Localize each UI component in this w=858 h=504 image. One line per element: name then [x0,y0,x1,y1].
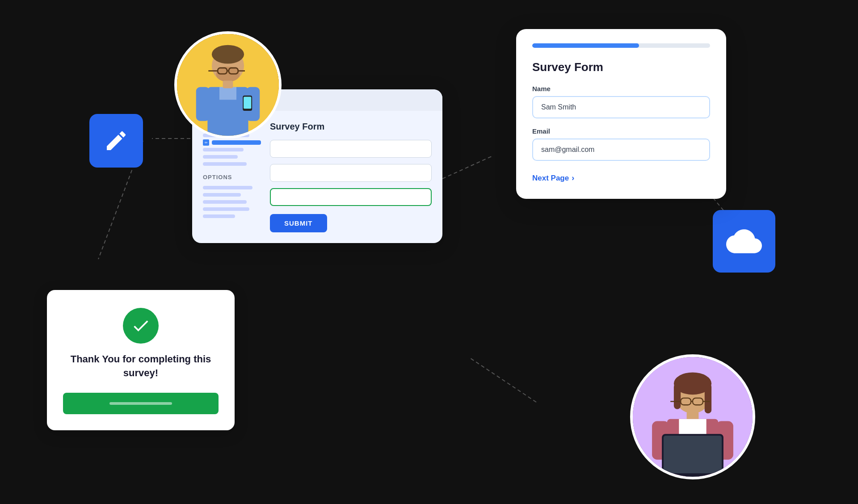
survey-card-front: Survey Form Name Email Next Page › [516,29,726,199]
options-sidebar-lines [203,186,261,218]
options-line-4 [203,207,249,211]
sidebar-line-4 [203,155,238,159]
next-page-link[interactable]: Next Page › [532,173,710,183]
cloud-icon-box [713,210,775,273]
options-line-2 [203,193,241,197]
options-sidebar-label: OPTIONS [203,174,261,181]
scene: Thank You for completing this survey! FO… [0,0,858,504]
form-field-1[interactable] [270,140,432,158]
progress-bar-fill [532,43,639,48]
svg-rect-21 [223,81,233,88]
svg-line-5 [469,357,536,402]
options-line-3 [203,200,247,204]
svg-line-3 [442,156,492,179]
svg-rect-38 [664,436,722,473]
form-main-area: Survey Form SUBMIT [270,122,432,232]
svg-rect-14 [244,97,251,109]
svg-rect-15 [219,87,236,100]
svg-rect-26 [705,383,711,413]
svg-rect-11 [196,87,210,121]
green-button[interactable] [63,393,219,414]
name-label: Name [532,85,710,92]
sidebar-active-line[interactable] [203,141,261,144]
edit-icon [104,128,129,153]
options-line-1 [203,186,252,189]
check-icon [131,316,151,336]
thank-you-text: Thank You for completing this survey! [63,353,219,380]
thank-you-card: Thank You for completing this survey! [47,290,235,430]
submit-button[interactable]: SUBMIT [270,214,327,232]
progress-bar-track [532,43,710,48]
edit-icon-box [89,114,143,168]
form-main-title: Survey Form [270,122,432,132]
person-top-circle [174,31,282,139]
form-field-3-green[interactable] [270,188,432,206]
next-page-label: Next Page [532,174,569,183]
sidebar-line-3 [203,148,244,151]
person-male-figure [174,34,282,136]
cloud-icon [726,223,762,259]
person-female-figure [630,357,755,477]
options-line-5 [203,214,235,218]
sidebar-active-bar [212,140,261,145]
check-circle [123,308,159,344]
person-bottom-circle [630,354,755,479]
form-field-2[interactable] [270,164,432,182]
name-input[interactable] [532,96,710,118]
sidebar-pencil-icon [203,139,209,146]
next-page-chevron: › [572,173,574,183]
svg-rect-27 [687,412,699,420]
survey-form-title: Survey Form [532,60,710,74]
svg-point-8 [212,45,244,64]
button-line-decoration [109,402,172,405]
email-label: Email [532,127,710,135]
email-input[interactable] [532,139,710,161]
form-sidebar-lines [203,134,261,166]
svg-rect-25 [674,383,681,409]
sidebar-line-5 [203,162,247,166]
